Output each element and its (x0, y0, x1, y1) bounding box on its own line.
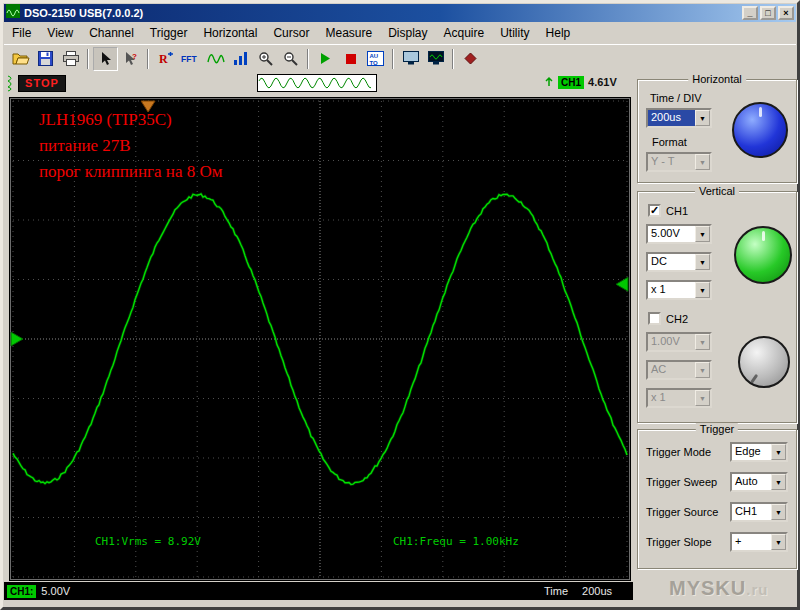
chevron-down-icon[interactable] (771, 534, 786, 550)
save-icon (38, 51, 53, 66)
menu-file[interactable]: File (4, 24, 39, 42)
chevron-down-icon[interactable] (771, 504, 786, 520)
trigger-slope-select[interactable]: + (730, 532, 788, 552)
minimize-button[interactable]: _ (742, 6, 758, 20)
trigger-mode-value: Edge (732, 444, 771, 460)
menu-trigger[interactable]: Trigger (142, 24, 196, 42)
maximize-button[interactable]: □ (760, 6, 776, 20)
ch1-volts-value: 5.00V (648, 226, 695, 242)
ch1-position-knob[interactable] (734, 226, 792, 284)
ch1-coupling-value: DC (648, 254, 695, 270)
spectrum-button[interactable] (228, 47, 253, 71)
exit-button[interactable] (458, 47, 483, 71)
trigger-source-label: Trigger Source (646, 506, 718, 518)
format-value: Y - T (648, 154, 695, 170)
svg-text:FFT: FFT (181, 54, 197, 64)
trigger-mode-select[interactable]: Edge (730, 442, 788, 462)
trigger-source-select[interactable]: CH1 (730, 502, 788, 522)
menu-measure[interactable]: Measure (317, 24, 380, 42)
stop-button[interactable] (338, 47, 363, 71)
pointer-icon (98, 51, 113, 66)
menu-acquire[interactable]: Acquire (436, 24, 493, 42)
waveform-button[interactable] (203, 47, 228, 71)
menu-view[interactable]: View (39, 24, 81, 42)
toolbar: ?RFFTAUTO (4, 44, 796, 72)
trigger-mode-label: Trigger Mode (646, 446, 711, 458)
app-window: DSO-2150 USB(7.0.0.2) _ □ × FileViewChan… (0, 0, 800, 610)
chevron-down-icon (695, 334, 710, 350)
zoom-out-button[interactable] (278, 47, 303, 71)
ch2-volts-select[interactable]: 1.00V (646, 332, 712, 352)
ch1-coupling-select[interactable]: DC (646, 252, 712, 272)
ch1-probe-value: x 1 (648, 282, 695, 298)
display-button[interactable] (398, 47, 423, 71)
format-select[interactable]: Y - T (646, 152, 712, 172)
pointer-button[interactable] (93, 47, 118, 71)
ch2-coupling-select[interactable]: AC (646, 360, 712, 380)
ch1-volts-select[interactable]: 5.00V (646, 224, 712, 244)
ch2-checkbox[interactable] (648, 312, 661, 325)
autoset-button[interactable]: AUTO (363, 47, 388, 71)
time-div-select[interactable]: 200us (646, 108, 712, 128)
bottom-status-bar: CH1: 5.00V Time 200us (4, 582, 633, 600)
chevron-down-icon[interactable] (695, 110, 710, 126)
run-button[interactable] (313, 47, 338, 71)
open-button[interactable] (8, 47, 33, 71)
toolbar-separator (307, 49, 309, 69)
window-title: DSO-2150 USB(7.0.0.2) (24, 7, 740, 19)
menu-channel[interactable]: Channel (81, 24, 142, 42)
fft-button[interactable]: FFT (178, 47, 203, 71)
horizontal-group: Horizontal Time / DIV 200us Format Y - T (637, 79, 797, 183)
trigger-sweep-label: Trigger Sweep (646, 476, 717, 488)
knob-pointer (750, 374, 758, 384)
chevron-down-icon[interactable] (695, 282, 710, 298)
menu-utility[interactable]: Utility (492, 24, 537, 42)
ch1-probe-select[interactable]: x 1 (646, 280, 712, 300)
refresh-r-button[interactable]: R (153, 47, 178, 71)
chevron-down-icon[interactable] (695, 226, 710, 242)
frequency-readout: CH1:Frequ = 1.00kHz (393, 535, 519, 548)
menu-help[interactable]: Help (538, 24, 579, 42)
trigger-channel-badge: CH1 (558, 76, 584, 89)
trigger-sweep-row: Trigger Sweep Auto (646, 472, 788, 492)
ch2-volts-value: 1.00V (648, 334, 695, 350)
menu-horizontal[interactable]: Horizontal (195, 24, 265, 42)
menu-display[interactable]: Display (380, 24, 435, 42)
toolbar-separator (87, 49, 89, 69)
chevron-down-icon[interactable] (695, 254, 710, 270)
trigger-level-icon (544, 75, 554, 89)
panel-button[interactable] (423, 47, 448, 71)
ch2-probe-select[interactable]: x 1 (646, 388, 712, 408)
ch2-position-knob[interactable] (738, 336, 790, 388)
menu-cursor[interactable]: Cursor (265, 24, 317, 42)
scope-display[interactable]: JLH1969 (TIP35C) питание 27В порог клипп… (9, 97, 631, 581)
scope-annotation: JLH1969 (TIP35C) питание 27В порог клипп… (39, 107, 223, 185)
trigger-sweep-select[interactable]: Auto (730, 472, 788, 492)
trigger-slope-value: + (732, 534, 771, 550)
chevron-down-icon[interactable] (771, 474, 786, 490)
trigger-source-value: CH1 (732, 504, 771, 520)
ch1-scale-badge: CH1: (7, 585, 36, 598)
waveform-preview[interactable] (257, 74, 377, 92)
vrms-readout: CH1:Vrms = 8.92V (95, 535, 201, 548)
trigger-slope-label: Trigger Slope (646, 536, 712, 548)
pointer-alt-button[interactable]: ? (118, 47, 143, 71)
close-button[interactable]: × (778, 6, 794, 20)
title-bar[interactable]: DSO-2150 USB(7.0.0.2) _ □ × (4, 4, 796, 22)
time-value: 200us (582, 585, 612, 597)
pointer-alt-icon: ? (123, 51, 138, 66)
save-button[interactable] (33, 47, 58, 71)
horizontal-knob[interactable] (732, 102, 788, 158)
run-state-indicator: STOP (18, 75, 66, 92)
ch2-checkbox-row: CH2 (648, 312, 688, 325)
app-icon (6, 4, 20, 22)
vertical-group: Vertical CH1 5.00V DC x 1 CH2 1.00V (637, 191, 797, 423)
toolbar-separator (452, 49, 454, 69)
ch2-label: CH2 (666, 313, 688, 325)
open-icon (12, 51, 30, 66)
zoom-in-button[interactable] (253, 47, 278, 71)
svg-text:R: R (159, 52, 168, 66)
ch1-checkbox[interactable] (648, 204, 661, 217)
print-button[interactable] (58, 47, 83, 71)
chevron-down-icon[interactable] (771, 444, 786, 460)
